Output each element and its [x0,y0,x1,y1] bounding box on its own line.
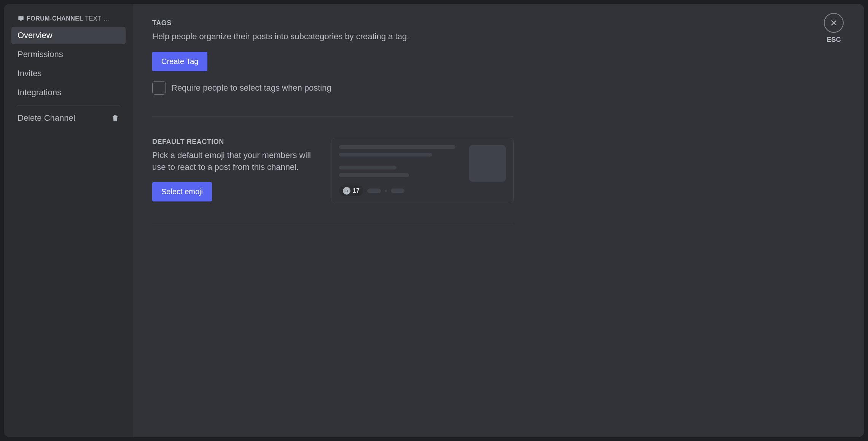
sidebar-item-overview[interactable]: Overview [11,27,126,44]
sidebar-item-label: Invites [18,69,42,78]
sidebar-item-label: Permissions [18,50,63,59]
sidebar-item-permissions[interactable]: Permissions [11,46,126,63]
trash-icon [111,114,119,122]
create-tag-button[interactable]: Create Tag [152,52,207,71]
reaction-pill-row: 17 [339,185,462,196]
svg-point-0 [346,190,346,191]
reaction-title: DEFAULT REACTION [152,138,316,146]
skeleton-line [339,153,432,157]
section-divider [152,116,514,117]
sidebar-item-label: Integrations [18,88,61,97]
sidebar-item-integrations[interactable]: Integrations [11,84,126,101]
forum-icon [18,15,24,22]
skeleton-line [339,173,409,177]
preview-skeleton: 17 [339,145,462,196]
channel-name: FORUM-CHANNEL TEXT … [27,15,119,22]
default-reaction-section: DEFAULT REACTION Pick a default emoji th… [152,138,514,203]
section-divider [152,225,514,225]
require-tags-row: Require people to select tags when posti… [152,81,514,95]
require-tags-checkbox[interactable] [152,81,166,95]
skeleton-line [339,145,456,149]
skeleton-dot [385,190,387,192]
channel-settings-modal: FORUM-CHANNEL TEXT … Overview Permission… [4,4,864,437]
skeleton-line [339,166,397,169]
skeleton-pill [391,189,405,193]
select-emoji-button[interactable]: Select emoji [152,182,212,201]
sidebar-divider [18,105,119,105]
sidebar-item-invites[interactable]: Invites [11,65,126,82]
svg-point-1 [347,190,348,191]
tags-section: TAGS Help people organize their posts in… [152,19,514,95]
reaction-preview: 17 [331,138,514,203]
tags-title: TAGS [152,19,514,27]
reaction-count-pill: 17 [339,185,363,196]
esc-label: ESC [824,36,844,44]
reaction-controls: DEFAULT REACTION Pick a default emoji th… [152,138,316,202]
tags-description: Help people organize their posts into su… [152,31,514,43]
settings-content: TAGS Help people organize their posts in… [133,4,533,437]
skeleton-pill [367,189,381,193]
reaction-description: Pick a default emoji that your members w… [152,150,316,173]
close-button[interactable] [824,13,844,33]
close-icon [830,19,838,27]
sidebar-item-label: Overview [18,30,53,40]
delete-channel-label: Delete Channel [18,113,75,123]
settings-sidebar: FORUM-CHANNEL TEXT … Overview Permission… [4,4,133,437]
reaction-count: 17 [353,187,360,194]
sidebar-item-delete-channel[interactable]: Delete Channel [11,109,126,127]
sidebar-title: FORUM-CHANNEL TEXT … [11,15,126,27]
close-controls: ESC [824,13,844,44]
require-tags-label: Require people to select tags when posti… [171,83,331,93]
smile-icon [343,187,350,195]
preview-thumbnail [469,145,506,182]
